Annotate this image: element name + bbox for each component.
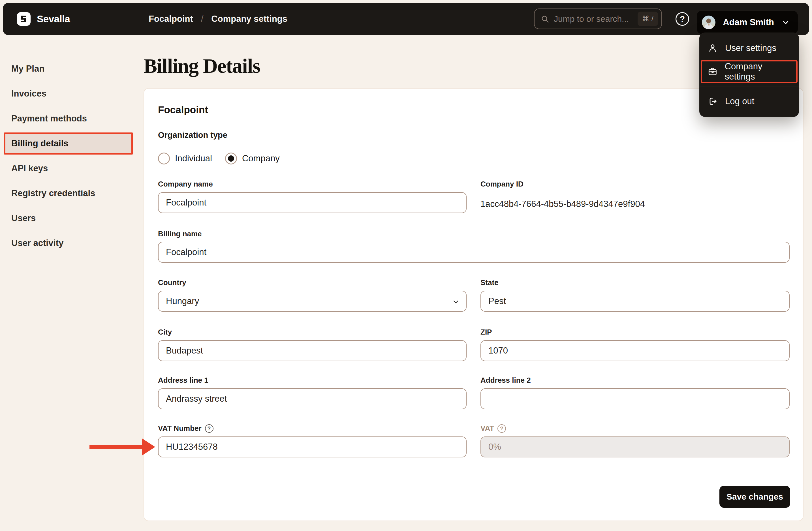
vat-number-help-icon[interactable]: ? [205,424,214,433]
annotation-arrow [89,438,155,456]
vat-label: VAT ? [480,424,506,433]
sidebar-item-registry-credentials[interactable]: Registry credentials [0,181,139,206]
brand-name: Sevalla [37,13,70,25]
vat-help-icon[interactable]: ? [497,424,506,433]
company-title: Focalpoint [158,104,208,116]
menu-item-company-settings[interactable]: Company settings [702,61,796,82]
avatar [702,16,715,29]
breadcrumb-item-workspace[interactable]: Focalpoint [149,14,193,24]
radio-company[interactable] [225,152,237,164]
menu-item-label: Log out [725,96,754,106]
breadcrumb-separator: / [201,14,204,24]
sidebar-item-payment-methods[interactable]: Payment methods [0,106,139,131]
organization-type-label: Organization type [158,131,227,140]
breadcrumb-item-current: Company settings [211,14,287,24]
menu-divider [700,87,799,87]
search-input[interactable] [554,14,633,24]
address-line-2-label: Address line 2 [480,376,531,385]
select-chevron-icon [452,298,460,306]
country-selected-value: Hungary [166,296,199,306]
company-id-value: 1acc48b4-7664-4b55-b489-9d4347e9f904 [480,199,645,209]
topbar: Sevalla Focalpoint / Company settings ⌘ … [3,3,809,35]
vat-number-label: VAT Number ? [158,424,214,433]
briefcase-icon [708,67,717,77]
vat-input [480,437,789,457]
company-id-label: Company ID [480,180,523,189]
company-name-label: Company name [158,180,213,189]
billing-details-card: Focalpoint Organization type Individual … [144,88,803,521]
address-line-1-label: Address line 1 [158,376,208,385]
country-label: Country [158,278,186,287]
sidebar: My Plan Invoices Payment methods Billing… [0,56,139,255]
company-settings-highlight-box: Company settings [701,60,798,83]
zip-input[interactable] [480,340,789,361]
menu-item-user-settings[interactable]: User settings [700,38,799,59]
country-select[interactable]: Hungary [158,291,467,312]
vat-number-input[interactable] [158,437,467,457]
logout-icon [708,96,718,106]
radio-individual-label: Individual [175,153,212,164]
city-input[interactable] [158,340,467,361]
sidebar-item-users[interactable]: Users [0,206,139,231]
radio-selected-dot [228,156,234,162]
breadcrumb: Focalpoint / Company settings [149,3,287,35]
billing-name-label: Billing name [158,230,202,238]
user-dropdown-menu: User settings Company settings Log out [699,32,799,117]
menu-item-log-out[interactable]: Log out [700,91,799,112]
sidebar-item-user-activity[interactable]: User activity [0,231,139,255]
zip-label: ZIP [480,328,492,337]
sidebar-item-my-plan[interactable]: My Plan [0,56,139,81]
state-label: State [480,278,498,287]
user-name: Adam Smith [723,17,774,28]
radio-company-label: Company [242,153,280,164]
brand[interactable]: Sevalla [17,3,70,35]
save-changes-button[interactable]: Save changes [720,486,790,508]
user-menu-button[interactable]: Adam Smith [697,11,798,34]
city-label: City [158,328,172,337]
search-box[interactable]: ⌘ / [534,9,662,29]
organization-type-radio-group: Individual Company [158,152,280,164]
sidebar-item-billing-details[interactable]: Billing details [4,132,133,154]
sidebar-item-invoices[interactable]: Invoices [0,81,139,106]
vat-label-text: VAT [480,424,494,433]
user-icon [708,43,718,53]
sidebar-item-api-keys[interactable]: API keys [0,156,139,181]
menu-item-label: Company settings [725,61,791,82]
radio-individual[interactable] [158,152,170,164]
help-button[interactable]: ? [676,12,689,26]
search-shortcut-badge: ⌘ / [638,12,658,26]
address-line-1-input[interactable] [158,388,467,409]
menu-item-label: User settings [725,43,776,53]
page-title: Billing Details [144,54,260,77]
company-name-input[interactable] [158,192,467,213]
state-input[interactable] [480,291,789,312]
address-line-2-input[interactable] [480,388,789,409]
vat-number-label-text: VAT Number [158,424,202,433]
chevron-down-icon [781,18,790,27]
search-icon [541,15,549,23]
sevalla-logo-icon [17,12,31,26]
billing-name-input[interactable] [158,242,789,263]
help-icon: ? [676,12,689,26]
